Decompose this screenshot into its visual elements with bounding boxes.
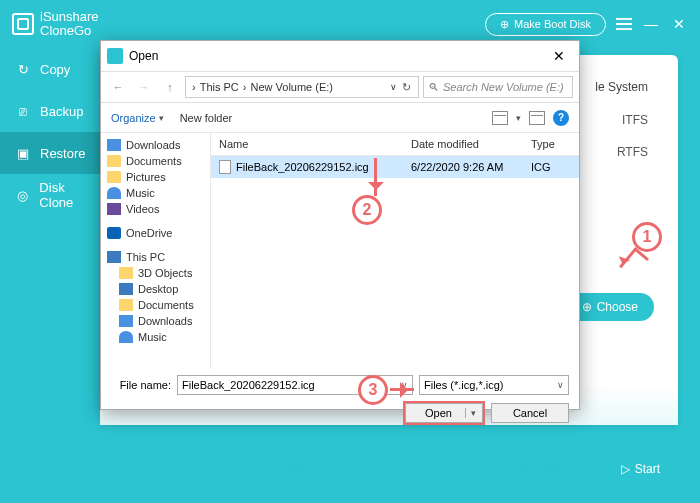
brand-line1: iSunshare [40,10,99,24]
file-icon [219,160,231,174]
tree-documents[interactable]: Documents [101,153,210,169]
nav-backup[interactable]: ⎚Backup [0,90,100,132]
file-date: 6/22/2020 9:26 AM [411,161,531,173]
tree-3dobjects[interactable]: 3D Objects [101,265,210,281]
folder-icon [107,171,121,183]
menu-icon[interactable] [616,18,632,30]
download-icon [119,315,133,327]
make-boot-disk-button[interactable]: ⊕Make Boot Disk [485,13,606,36]
plus-circle-icon: ⊕ [582,300,592,314]
tree-downloads-2[interactable]: Downloads [101,313,210,329]
chevron-down-icon[interactable]: ∨ [557,380,564,390]
preview-pane-button[interactable] [529,111,545,125]
bottom-bar: 0% ⓧCancel ▷Start [100,449,678,489]
folder-icon [119,267,133,279]
open-file-dialog: Open ✕ ← → ↑ › This PC › New Volume (E:)… [100,40,580,410]
file-type-filter[interactable]: Files (*.icg,*.icg)∨ [419,375,569,395]
sidebar: ↻Copy ⎚Backup ▣Restore ◎Disk Clone [0,48,100,216]
view-mode-dropdown[interactable]: ▾ [516,113,521,123]
restore-icon: ▣ [14,144,32,162]
pc-icon [107,251,121,263]
col-filesystem: le System [595,80,648,94]
file-type: ICG [531,161,571,173]
tree-pictures[interactable]: Pictures [101,169,210,185]
folder-tree[interactable]: Downloads Documents Pictures Music Video… [101,133,211,369]
chevron-down-icon[interactable]: ∨ [390,82,397,92]
tree-documents-2[interactable]: Documents [101,297,210,313]
dialog-close-button[interactable]: ✕ [545,48,573,64]
dialog-toolbar: Organize▾ New folder ▾ ? [101,103,579,133]
tree-music[interactable]: Music [101,185,210,201]
close-app-button[interactable]: ✕ [670,16,688,32]
app-logo: iSunshareCloneGo [12,10,99,39]
onedrive-icon [107,227,121,239]
folder-icon [119,299,133,311]
view-mode-button[interactable] [492,111,508,125]
tree-downloads[interactable]: Downloads [101,137,210,153]
organize-menu[interactable]: Organize▾ [111,112,164,124]
dialog-title: Open [129,49,158,63]
dialog-titlebar: Open ✕ [101,41,579,71]
nav-diskclone[interactable]: ◎Disk Clone [0,174,100,216]
music-icon [119,331,133,343]
desktop-icon [119,283,133,295]
music-icon [107,187,121,199]
brand-line2: CloneGo [40,24,99,38]
file-name-input[interactable]: FileBack_20206229152.icg∨ [177,375,413,395]
logo-icon [12,13,34,35]
nav-restore[interactable]: ▣Restore [0,132,100,174]
col-type[interactable]: Type [531,138,571,150]
diskclone-icon: ◎ [14,186,31,204]
nav-up-button[interactable]: ↑ [159,76,181,98]
chevron-down-icon[interactable]: ∨ [401,380,408,390]
folder-icon [107,155,121,167]
nav-forward-button[interactable]: → [133,76,155,98]
nav-back-button[interactable]: ← [107,76,129,98]
cancel-button[interactable]: ⓧCancel [504,454,588,485]
backup-icon: ⎚ [14,102,32,120]
file-name: FileBack_20206229152.icg [236,161,411,173]
play-icon-circle: ▷ [621,462,630,476]
help-icon[interactable]: ? [553,110,569,126]
minimize-button[interactable]: — [642,16,660,32]
search-icon: 🔍︎ [428,81,439,93]
file-list-header[interactable]: Name Date modified Type [211,133,579,156]
file-name-label: File name: [111,379,171,391]
fs-value-2: RTFS [617,145,648,159]
open-split-dropdown[interactable]: ▾ [465,408,476,418]
nav-copy[interactable]: ↻Copy [0,48,100,90]
x-circle-icon: ⓧ [519,461,531,478]
copy-icon: ↻ [14,60,32,78]
tree-thispc[interactable]: This PC [101,249,210,265]
video-icon [107,203,121,215]
download-icon [107,139,121,151]
plus-icon: ⊕ [500,18,509,31]
breadcrumb[interactable]: › This PC › New Volume (E:) ∨ ↻ [185,76,419,98]
search-input[interactable]: 🔍︎ Search New Volume (E:) [423,76,573,98]
col-date[interactable]: Date modified [411,138,531,150]
open-button[interactable]: Open▾ [405,403,483,423]
tree-videos[interactable]: Videos [101,201,210,217]
file-row-selected[interactable]: FileBack_20206229152.icg 6/22/2020 9:26 … [211,156,579,178]
progress-bar: 0% [100,454,490,484]
file-list: Name Date modified Type FileBack_2020622… [211,133,579,369]
tree-onedrive[interactable]: OneDrive [101,225,210,241]
fs-value-1: ITFS [622,113,648,127]
tree-music-2[interactable]: Music [101,329,210,345]
new-folder-button[interactable]: New folder [180,112,233,124]
col-name[interactable]: Name [219,138,411,150]
dialog-footer: File name: FileBack_20206229152.icg∨ Fil… [101,369,579,429]
start-button[interactable]: ▷Start [603,456,678,482]
dialog-nav: ← → ↑ › This PC › New Volume (E:) ∨ ↻ 🔍︎… [101,71,579,103]
tree-desktop[interactable]: Desktop [101,281,210,297]
refresh-icon[interactable]: ↻ [399,81,414,94]
dialog-app-icon [107,48,123,64]
dialog-cancel-button[interactable]: Cancel [491,403,569,423]
